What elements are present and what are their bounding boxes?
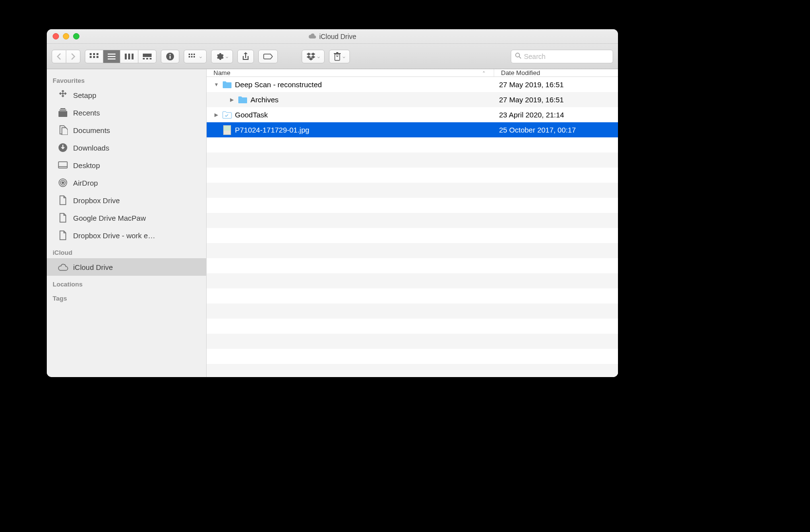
titlebar: iCloud Drive — [47, 29, 618, 44]
search-input[interactable] — [524, 53, 609, 60]
svg-rect-31 — [59, 92, 62, 95]
column-header-label: Date Modified — [501, 69, 540, 76]
disclosure-triangle-icon[interactable]: ▶ — [213, 112, 219, 117]
back-button[interactable] — [52, 50, 66, 63]
empty-row — [207, 288, 618, 304]
chevron-down-icon: ⌵ — [226, 54, 228, 59]
chevron-down-icon: ⌵ — [199, 54, 202, 59]
sidebar-item-desktop[interactable]: Desktop — [47, 156, 206, 174]
svg-rect-8 — [108, 58, 116, 59]
svg-rect-19 — [189, 54, 190, 55]
svg-rect-13 — [143, 58, 145, 59]
share-button[interactable] — [237, 50, 254, 63]
setapp-icon — [58, 90, 68, 100]
sort-ascending-icon: ⌃ — [482, 71, 486, 76]
file-icon — [58, 212, 68, 223]
action-button[interactable]: ⌵ — [211, 50, 233, 63]
chevron-down-icon: ⌵ — [343, 54, 345, 59]
column-headers: Name ⌃ Date Modified — [207, 69, 618, 77]
sidebar-item-label: Setapp — [73, 91, 96, 99]
nav-group — [52, 50, 80, 63]
icon-view-button[interactable] — [85, 50, 103, 63]
sidebar-item-label: Downloads — [73, 144, 109, 152]
empty-row — [207, 304, 618, 319]
date-column-header[interactable]: Date Modified — [494, 69, 618, 76]
list-view-button[interactable] — [103, 50, 120, 63]
sidebar-item-documents[interactable]: Documents — [47, 121, 206, 139]
cloud-icon — [58, 262, 68, 272]
sidebar-section-icloud: iCloud — [47, 244, 206, 258]
file-row[interactable]: ▶ Archives 27 May 2019, 16:51 — [207, 92, 618, 107]
file-row[interactable]: ▼ Deep Scan - reconstructed 27 May 2019,… — [207, 77, 618, 92]
svg-rect-21 — [193, 54, 195, 55]
dropbox-button[interactable]: ⌵ — [302, 50, 325, 63]
svg-rect-10 — [128, 54, 130, 59]
desktop-icon — [58, 160, 68, 171]
file-date: 27 May 2019, 16:51 — [494, 95, 618, 104]
empty-row — [207, 183, 618, 198]
sidebar-item-label: AirDrop — [73, 179, 98, 187]
svg-rect-5 — [96, 56, 98, 58]
view-group — [85, 50, 156, 63]
svg-point-28 — [516, 53, 520, 57]
sidebar-item-dropbox-drive[interactable]: Dropbox Drive — [47, 191, 206, 209]
svg-rect-27 — [336, 52, 338, 53]
folder-icon — [222, 80, 232, 90]
airdrop-icon — [58, 177, 68, 188]
group-button[interactable]: ⌵ — [184, 50, 207, 63]
sidebar-item-google-drive[interactable]: Google Drive MacPaw — [47, 209, 206, 227]
disclosure-triangle-icon[interactable]: ▶ — [229, 97, 235, 102]
window-title: iCloud Drive — [309, 33, 356, 40]
column-header-label: Name — [213, 69, 231, 76]
maximize-button[interactable] — [73, 33, 79, 39]
sidebar-section-favourites: Favourites — [47, 72, 206, 86]
documents-icon — [58, 125, 68, 135]
search-icon — [515, 52, 521, 61]
disclosure-triangle-icon[interactable]: ▼ — [213, 82, 219, 87]
sidebar-item-label: Google Drive MacPaw — [73, 214, 146, 222]
minimize-button[interactable] — [63, 33, 69, 39]
gallery-view-button[interactable] — [138, 50, 156, 63]
cleanup-button[interactable]: ⌵ — [329, 50, 350, 63]
info-button[interactable] — [161, 50, 179, 63]
svg-point-41 — [62, 182, 64, 184]
svg-rect-1 — [93, 53, 95, 55]
empty-row — [207, 273, 618, 288]
empty-row — [207, 152, 618, 168]
sidebar-item-dropbox-work[interactable]: Dropbox Drive - work e… — [47, 227, 206, 244]
file-date: 25 October 2017, 00:17 — [494, 126, 618, 134]
sidebar-item-recents[interactable]: Recents — [47, 104, 206, 121]
sidebar-item-label: Dropbox Drive - work e… — [73, 231, 155, 240]
file-row[interactable]: P71024-171729-01.jpg 25 October 2017, 00… — [207, 122, 618, 137]
svg-rect-11 — [132, 54, 134, 59]
sidebar-item-label: Recents — [73, 109, 100, 117]
finder-window: iCloud Drive ⌵ ⌵ ⌵ ⌵ — [47, 29, 618, 377]
empty-row — [207, 364, 618, 377]
svg-rect-2 — [96, 53, 98, 55]
svg-rect-9 — [125, 54, 127, 59]
cloud-icon — [309, 33, 316, 40]
sidebar-item-setapp[interactable]: Setapp — [47, 86, 206, 104]
sidebar-item-label: iCloud Drive — [73, 263, 113, 271]
sidebar-item-airdrop[interactable]: AirDrop — [47, 174, 206, 191]
svg-rect-37 — [60, 108, 65, 109]
svg-point-17 — [170, 54, 171, 55]
svg-rect-39 — [58, 162, 67, 168]
svg-rect-30 — [61, 90, 64, 93]
name-column-header[interactable]: Name ⌃ — [207, 69, 494, 76]
svg-rect-26 — [334, 53, 341, 54]
empty-row — [207, 213, 618, 228]
sidebar-item-downloads[interactable]: Downloads — [47, 139, 206, 156]
search-field[interactable] — [511, 50, 613, 63]
sidebar-section-tags: Tags — [47, 290, 206, 304]
column-view-button[interactable] — [120, 50, 138, 63]
sidebar-item-icloud-drive[interactable]: iCloud Drive — [47, 258, 206, 276]
svg-rect-32 — [64, 92, 67, 95]
file-row[interactable]: ▶ GoodTask 23 April 2020, 21:14 — [207, 107, 618, 122]
close-button[interactable] — [53, 33, 59, 39]
file-date: 23 April 2020, 21:14 — [494, 111, 618, 119]
empty-row — [207, 319, 618, 334]
toolbar: ⌵ ⌵ ⌵ ⌵ — [47, 44, 618, 69]
forward-button[interactable] — [66, 50, 80, 63]
tags-button[interactable] — [258, 50, 278, 63]
